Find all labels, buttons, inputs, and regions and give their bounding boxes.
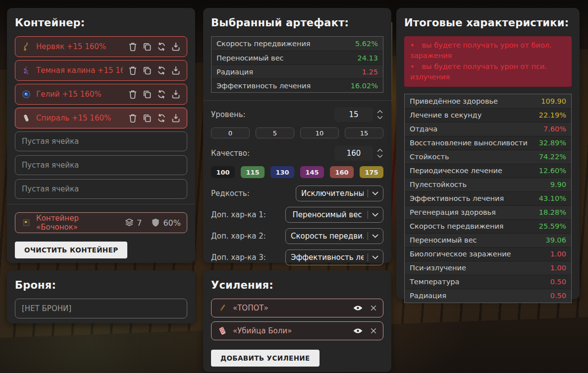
copy-icon[interactable] (142, 65, 152, 75)
capacity-value: 7 (137, 218, 142, 228)
boost-name: «ТОПОТ» (233, 304, 347, 312)
barrel-container-icon (21, 218, 31, 228)
quality-label: Качество: (211, 149, 250, 158)
refresh-icon[interactable] (157, 65, 166, 75)
save-tray-icon[interactable] (171, 113, 181, 123)
container-empty-slot[interactable]: Пустая ячейка (15, 179, 187, 199)
trash-icon[interactable] (128, 65, 138, 75)
rarity-field: Редкость: Исключительный (211, 186, 383, 201)
stat-row: Пси-излучение1.00 (405, 261, 571, 275)
warning-item: вы будете получать урон от биол. заражен… (410, 40, 566, 62)
stat-row: Радиация 1.25 (212, 64, 383, 78)
stat-row: Скорость передвижения 5.62% (212, 37, 383, 51)
totals-stats-table: Приведённое здоровье109.90 Лечение в сек… (404, 94, 572, 303)
eye-icon[interactable] (353, 304, 363, 312)
chevron-up-icon[interactable] (376, 110, 383, 114)
extra-stat-1-select[interactable]: Переносимый вес (285, 207, 383, 223)
trash-icon[interactable] (128, 42, 138, 52)
stat-row: Стойкость74.22% (405, 150, 571, 164)
stat-row: Приведённое здоровье109.90 (405, 94, 571, 108)
save-tray-icon[interactable] (171, 65, 181, 75)
chevron-down-icon[interactable] (376, 154, 383, 158)
row-actions (128, 42, 181, 52)
container-slot-spiral[interactable]: Спираль +15 160% (15, 108, 187, 128)
container-type-row[interactable]: Контейнер «Бочонок» 7 60% (15, 212, 187, 233)
x-icon[interactable] (370, 305, 377, 311)
artifact-name: Темная калина +15 160% (36, 66, 123, 75)
clear-container-button[interactable]: ОЧИСТИТЬ КОНТЕЙНЕР (15, 242, 127, 258)
row-actions (128, 65, 181, 75)
divider (7, 204, 195, 204)
level-preset-15[interactable]: 15 (345, 127, 383, 138)
container-capacity: 7 60% (124, 218, 181, 228)
level-preset-5[interactable]: 5 (256, 127, 294, 138)
quality-input[interactable]: 160 (334, 146, 373, 161)
dark-kalina-artifact-icon (21, 65, 31, 75)
level-stepper: 15 (334, 107, 383, 122)
armor-slot[interactable]: [НЕТ БРОНИ] (15, 299, 187, 318)
chevron-down-icon (372, 234, 378, 239)
copy-icon[interactable] (142, 89, 152, 99)
level-preset-0[interactable]: 0 (211, 127, 250, 138)
x-icon[interactable] (370, 327, 377, 334)
boost-item-topot: «ТОПОТ» (211, 299, 383, 317)
copy-icon[interactable] (142, 42, 152, 52)
level-presets: 0 5 10 15 (211, 127, 383, 138)
boosts-panel: Усиления: «ТОПОТ» «Убийца Боли» (203, 270, 391, 372)
quality-preset-145[interactable]: 145 (300, 166, 324, 178)
eye-icon[interactable] (353, 327, 363, 335)
armor-title: Броня: (15, 279, 187, 291)
container-empty-slot[interactable]: Пустая ячейка (15, 131, 187, 151)
stat-row: Периодическое лечение12.60% (405, 164, 571, 178)
stat-row: Эффективность лечения 16.02% (212, 78, 383, 92)
extra-stat-1-field: Доп. хар-ка 1: Переносимый вес (211, 207, 383, 223)
chevron-down-icon[interactable] (376, 116, 383, 120)
rarity-select[interactable]: Исключительный (296, 186, 383, 201)
quality-preset-100[interactable]: 100 (211, 166, 235, 178)
copy-icon[interactable] (142, 113, 152, 123)
stat-row: Отдача7.60% (405, 122, 571, 136)
artifact-name: Нервяк +15 160% (36, 42, 123, 51)
extra-stat-1-label: Доп. хар-ка 1: (211, 210, 266, 219)
container-type-name: Контейнер «Бочонок» (36, 214, 119, 232)
trash-icon[interactable] (128, 113, 138, 123)
level-label: Уровень: (211, 110, 246, 119)
level-input[interactable]: 15 (334, 107, 373, 122)
chevron-down-icon (372, 191, 378, 196)
rarity-label: Редкость: (211, 189, 250, 198)
quality-presets: 100 115 130 145 160 175 (211, 166, 383, 178)
topot-boost-icon (217, 303, 227, 313)
level-preset-10[interactable]: 10 (300, 127, 339, 138)
quality-preset-115[interactable]: 115 (241, 166, 265, 178)
container-slot-dark-kalina[interactable]: Темная калина +15 160% (15, 60, 187, 81)
save-tray-icon[interactable] (171, 89, 181, 99)
quality-preset-175[interactable]: 175 (360, 166, 383, 178)
container-empty-slot[interactable]: Пустая ячейка (15, 155, 187, 175)
warning-item: вы будете получать урон от пси. излучени… (410, 62, 566, 83)
stat-row: Восстановление выносливости32.89% (405, 136, 571, 150)
quality-stepper: 160 (334, 146, 383, 161)
quality-preset-130[interactable]: 130 (270, 166, 294, 178)
trash-icon[interactable] (128, 89, 138, 99)
extra-stat-3-select[interactable]: Эффективность ле... (285, 249, 383, 265)
refresh-icon[interactable] (157, 113, 166, 123)
artifact-name: Гелий +15 160% (36, 90, 123, 99)
container-slot-nervyak[interactable]: Нервяк +15 160% (15, 36, 187, 57)
quality-preset-160[interactable]: 160 (330, 166, 354, 178)
stat-row: Температура0.50 (405, 275, 571, 289)
refresh-icon[interactable] (157, 89, 166, 99)
chevron-up-icon[interactable] (376, 148, 383, 152)
save-tray-icon[interactable] (171, 42, 181, 52)
row-actions (128, 89, 181, 99)
painkiller-boost-icon (217, 326, 227, 336)
container-slot-helium[interactable]: Гелий +15 160% (15, 84, 187, 105)
shield-icon (151, 218, 160, 228)
add-boost-button[interactable]: ДОБАВИТЬ УСИЛЕНИЕ (211, 350, 320, 367)
container-title: Контейнер: (15, 17, 187, 29)
row-actions (128, 113, 181, 123)
refresh-icon[interactable] (157, 42, 166, 52)
extra-stat-2-field: Доп. хар-ка 2: Скорость передви... (211, 228, 383, 244)
extra-stat-2-select[interactable]: Скорость передви... (285, 228, 383, 244)
stat-row: Скорость передвижения25.59% (405, 219, 571, 233)
chevron-down-icon (372, 255, 378, 260)
